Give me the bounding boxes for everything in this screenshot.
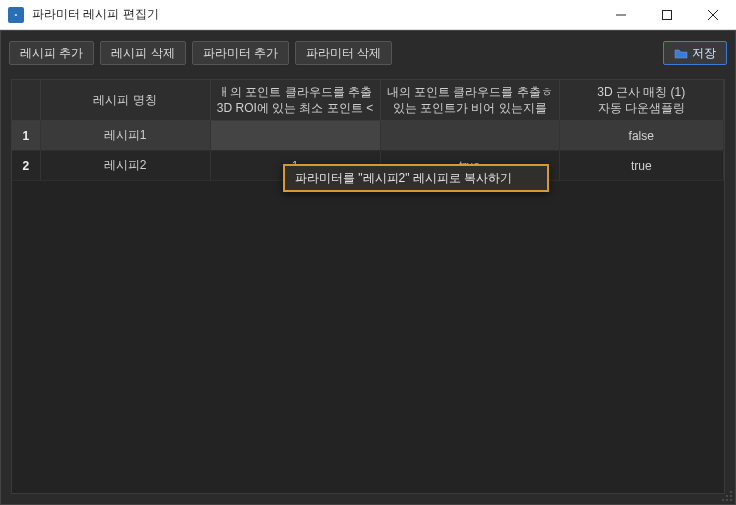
header-recipe-name[interactable]: 레시피 명칭 [40, 80, 210, 121]
table-row[interactable]: 1 레시피1 false [12, 121, 724, 151]
save-button[interactable]: 저장 [663, 41, 727, 65]
context-menu-item-copy[interactable]: 파라미터를 "레시피2" 레시피로 복사하기 [295, 170, 512, 187]
minimize-button[interactable] [598, 0, 644, 30]
svg-rect-1 [663, 10, 672, 19]
context-menu: 파라미터를 "레시피2" 레시피로 복사하기 [283, 164, 549, 192]
maximize-button[interactable] [644, 0, 690, 30]
svg-point-9 [730, 499, 732, 501]
table-header-row: 레시피 명칭 ㅐ의 포인트 클라우드를 추출 3D ROI에 있는 최소 포인트… [12, 80, 724, 121]
header-col4-line2: 자동 다운샘플링 [566, 100, 717, 116]
cell-col3[interactable] [380, 121, 559, 151]
delete-recipe-button[interactable]: 레시피 삭제 [100, 41, 185, 65]
header-col2-line1: ㅐ의 포인트 클라우드를 추출 [217, 84, 374, 100]
svg-point-4 [730, 491, 732, 493]
header-col2[interactable]: ㅐ의 포인트 클라우드를 추출 3D ROI에 있는 최소 포인트 < [210, 80, 380, 121]
cell-col2[interactable] [210, 121, 380, 151]
header-col4-line1: 3D 근사 매칭 (1) [566, 84, 717, 100]
titlebar: • 파라미터 레시피 편집기 [0, 0, 736, 30]
close-button[interactable] [690, 0, 736, 30]
header-col3[interactable]: 내의 포인트 클라우드를 추출ㅎ 있는 포인트가 비어 있는지를 [380, 80, 559, 121]
row-number: 2 [12, 151, 40, 181]
save-icon [674, 47, 688, 59]
cell-recipe-name[interactable]: 레시피1 [40, 121, 210, 151]
header-col3-line1: 내의 포인트 클라우드를 추출ㅎ [387, 84, 553, 100]
app-icon: • [8, 7, 24, 23]
cell-recipe-name[interactable]: 레시피2 [40, 151, 210, 181]
header-col2-line2: 3D ROI에 있는 최소 포인트 < [217, 100, 374, 116]
add-recipe-button[interactable]: 레시피 추가 [9, 41, 94, 65]
row-number: 1 [12, 121, 40, 151]
cell-col4[interactable]: false [559, 121, 723, 151]
svg-point-7 [722, 499, 724, 501]
window-title: 파라미터 레시피 편집기 [32, 6, 159, 23]
resize-grip-icon[interactable] [719, 488, 733, 502]
header-col4[interactable]: 3D 근사 매칭 (1) 자동 다운샘플링 [559, 80, 723, 121]
svg-point-6 [730, 495, 732, 497]
delete-parameter-button[interactable]: 파라미터 삭제 [295, 41, 392, 65]
svg-point-8 [726, 499, 728, 501]
client-area: 레시피 추가 레시피 삭제 파라미터 추가 파라미터 삭제 저장 레시피 명칭 … [0, 30, 736, 505]
cell-col4[interactable]: true [559, 151, 723, 181]
svg-point-5 [726, 495, 728, 497]
header-col3-line2: 있는 포인트가 비어 있는지를 [387, 100, 553, 116]
add-parameter-button[interactable]: 파라미터 추가 [192, 41, 289, 65]
save-button-label: 저장 [692, 45, 716, 62]
recipe-table: 레시피 명칭 ㅐ의 포인트 클라우드를 추출 3D ROI에 있는 최소 포인트… [11, 79, 725, 494]
header-corner [12, 80, 40, 121]
toolbar: 레시피 추가 레시피 삭제 파라미터 추가 파라미터 삭제 저장 [1, 31, 735, 75]
